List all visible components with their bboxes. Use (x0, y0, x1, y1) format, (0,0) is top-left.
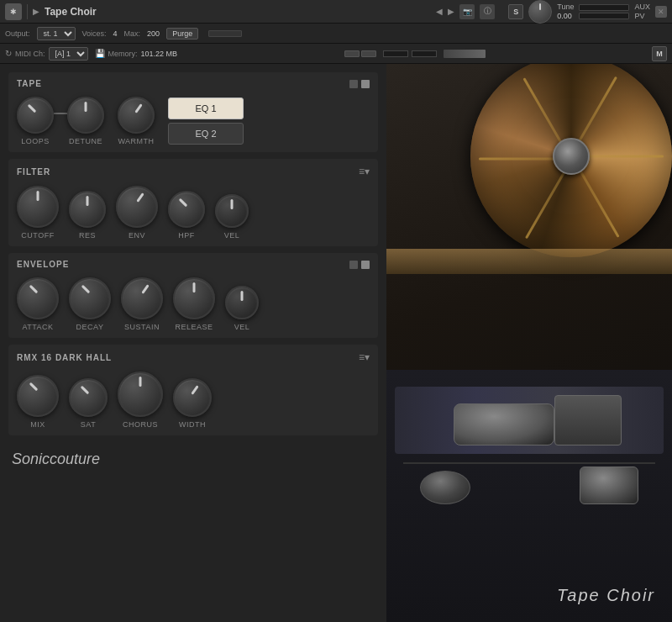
midi-select[interactable]: [A] 1 (49, 47, 88, 61)
chorus-knob[interactable] (118, 372, 163, 417)
cutoff-knob[interactable] (17, 186, 59, 228)
sat-label: SAT (81, 420, 96, 429)
mix-label: MIX (30, 420, 45, 429)
main-content: TAPE LOOPS DETUNE (0, 64, 672, 622)
env-toggle-on[interactable] (361, 261, 370, 269)
loops-knob[interactable] (17, 97, 54, 134)
hpf-knob[interactable] (168, 191, 205, 228)
nav-right-button[interactable]: ▶ (448, 7, 454, 16)
width-label: WIDTH (179, 420, 206, 429)
reverb-menu-icon[interactable]: ≡▾ (359, 351, 370, 363)
filter-vel-knob[interactable] (215, 194, 249, 228)
max-value: 200 (147, 29, 160, 38)
output-select[interactable]: st. 1 (37, 27, 76, 40)
sustain-knob-container: SUSTAIN (121, 277, 163, 331)
filter-section-controls: ≡▾ (359, 166, 370, 177)
warmth-knob[interactable] (118, 97, 155, 134)
purge-progress-bar (208, 30, 242, 37)
tape-path (386, 249, 672, 274)
warmth-knob-container: WARMTH (118, 97, 155, 145)
detune-knob-container: DETUNE (67, 97, 104, 145)
env-vel-knob[interactable] (225, 286, 259, 319)
mix-knob[interactable] (17, 375, 59, 417)
envelope-section-controls (349, 261, 370, 269)
hpf-knob-container: HPF (168, 191, 205, 240)
sat-knob-container: SAT (69, 378, 108, 429)
tape-toggle-off[interactable] (349, 80, 358, 88)
res-knob-container: RES (69, 191, 106, 240)
filter-menu-icon[interactable]: ≡▾ (359, 166, 370, 177)
chorus-knob-container: CHORUS (118, 372, 163, 429)
tune-value: 0.00 (557, 12, 574, 20)
reverb-knobs-row: MIX SAT CHORUS WIDTH (17, 372, 370, 429)
meter-r (412, 50, 437, 57)
release-knob[interactable] (173, 277, 215, 319)
sustain-label: SUSTAIN (124, 323, 160, 331)
envelope-section-header: ENVELOPE (17, 260, 370, 269)
meter-l (383, 50, 408, 57)
close-button[interactable]: ✕ (655, 6, 667, 18)
output-meter (444, 50, 486, 58)
brand-area: Soniccouture (8, 442, 378, 472)
sustain-knob[interactable] (121, 277, 163, 319)
mech-block (554, 395, 622, 445)
tape-section-header: TAPE (17, 79, 370, 88)
release-label: RELEASE (175, 323, 213, 331)
env-vel-knob-container: VEL (225, 286, 259, 331)
detune-knob[interactable] (67, 97, 104, 134)
envelope-knobs-row: ATTACK DECAY SUSTAIN RELEASE VEL (17, 277, 370, 331)
reel-hub (553, 138, 590, 175)
eq1-button[interactable]: EQ 1 (168, 98, 244, 119)
instrument-arrow-icon: ▶ (33, 7, 39, 16)
warmth-label: WARMTH (118, 137, 154, 145)
attack-knob-container: ATTACK (17, 277, 59, 331)
nav-left-button[interactable]: ◀ (436, 7, 443, 16)
instrument-title: Tape Choir (45, 6, 97, 18)
sat-knob[interactable] (69, 378, 108, 417)
tape-toggle-on[interactable] (361, 80, 370, 88)
aux-label: AUX (634, 3, 650, 11)
tune-knob[interactable] (528, 0, 552, 24)
mix-knob-container: MIX (17, 375, 59, 429)
env-toggle-off[interactable] (349, 261, 358, 269)
env-label: ENV (129, 231, 145, 240)
tune-label: Tune (557, 3, 574, 11)
product-name: Tape Choir (557, 586, 655, 604)
decay-knob[interactable] (69, 277, 111, 319)
level-indicator-1 (344, 50, 360, 57)
filter-vel-label: VEL (224, 231, 240, 240)
right-panel: Tape Choir (386, 64, 672, 622)
reel-area-top (470, 64, 672, 274)
max-label: Max: (124, 29, 141, 38)
eq-buttons: EQ 1 EQ 2 (168, 98, 244, 145)
envelope-section: ENVELOPE ATTACK DECAY SUSTAIN (8, 253, 378, 338)
top-navigation-bar: ✱ ▶ Tape Choir ◀ ▶ 📷 ⓘ S Tune 0.00 AUX P… (0, 0, 672, 24)
product-name-area: Tape Choir (557, 586, 655, 605)
filter-section-title: FILTER (17, 167, 50, 177)
camera-button[interactable]: 📷 (459, 4, 475, 19)
level-indicator-2 (361, 50, 376, 57)
m-button[interactable]: M (652, 46, 667, 61)
info-button[interactable]: ⓘ (480, 4, 495, 19)
eq2-button[interactable]: EQ 2 (168, 123, 244, 145)
detune-label: DETUNE (69, 137, 102, 145)
tune-bar-2[interactable] (579, 13, 629, 19)
tune-bar-1[interactable] (579, 4, 629, 11)
filter-vel-knob-container: VEL (215, 194, 249, 240)
reverb-section: RMX 16 DARK HALL ≡▾ MIX SAT CHORUS (8, 345, 378, 435)
s-button[interactable]: S (508, 4, 523, 19)
mech-cylinder (454, 403, 554, 445)
env-knob[interactable] (116, 186, 158, 228)
logo-icon: ✱ (5, 3, 22, 20)
tape-connector (54, 113, 67, 114)
decay-label: DECAY (76, 323, 104, 331)
attack-knob[interactable] (17, 277, 59, 319)
width-knob-container: WIDTH (173, 378, 212, 429)
envelope-section-title: ENVELOPE (17, 260, 69, 269)
cutoff-label: CUTOFF (21, 231, 54, 240)
width-knob[interactable] (173, 378, 212, 417)
purge-button[interactable]: Purge (166, 28, 198, 40)
midi-label: MIDI Ch: (15, 50, 45, 58)
tape-section-controls (349, 80, 370, 88)
res-knob[interactable] (69, 191, 106, 228)
